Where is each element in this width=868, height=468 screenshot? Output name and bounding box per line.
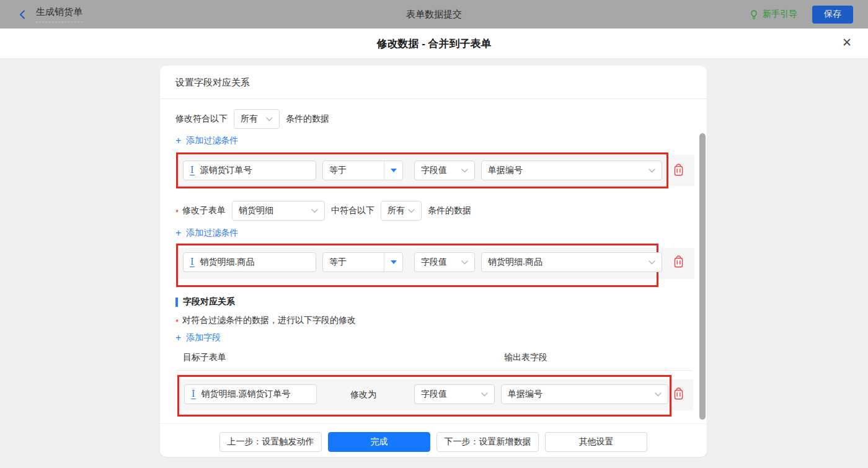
chevron-down-icon	[266, 117, 273, 121]
filter1-field-value: 源销货订单号	[200, 165, 252, 176]
chevron-down-icon	[311, 209, 318, 213]
condition1-text-after: 条件的数据	[286, 113, 329, 125]
plus-icon: +	[175, 136, 181, 146]
filter1-operator-value: 等于	[323, 165, 384, 176]
scrollbar-thumb[interactable]	[699, 133, 706, 420]
chevron-down-icon	[461, 169, 468, 173]
text-field-icon: I	[190, 257, 195, 267]
filter1-value-type: 字段值	[421, 165, 447, 176]
filter2-value-type: 字段值	[421, 257, 447, 268]
condition2-sentence: * 修改子表单 销货明细 中符合以下 所有 条件的数据	[175, 201, 471, 221]
condition1-text-before: 修改符合以下	[175, 113, 228, 125]
chevron-down-icon	[481, 392, 488, 397]
subform-select[interactable]: 销货明细	[232, 201, 325, 221]
footer-actions: 上一步：设置触发动作 完成 下一步：设置新增数据 其他设置	[160, 432, 707, 452]
mapping-section-header: 字段对应关系	[175, 296, 235, 307]
field-mapping-panel: 设置字段对应关系 修改符合以下 所有 条件的数据 + 添加过滤条件 I 源销货订…	[160, 66, 707, 457]
filter2-value: 销货明细.商品	[488, 257, 542, 268]
delete-filter1-button[interactable]	[673, 164, 684, 177]
mapping-field-input[interactable]: I 销货明细.源销货订单号	[184, 384, 317, 404]
column-header-output: 输出表字段	[504, 352, 547, 363]
filter2-field-input[interactable]: I 销货明细.商品	[183, 252, 316, 272]
prev-step-button[interactable]: 上一步：设置触发动作	[219, 432, 322, 452]
filter2-value-type-select[interactable]: 字段值	[414, 252, 475, 272]
mapping-value-type-select[interactable]: 字段值	[414, 384, 495, 404]
chevron-down-icon	[461, 260, 468, 265]
filter1-value-type-select[interactable]: 字段值	[414, 161, 475, 180]
chevron-down-icon	[655, 392, 662, 397]
add-filter-link-2[interactable]: + 添加过滤条件	[175, 227, 238, 239]
filter1-value-select[interactable]: 单据编号	[481, 161, 662, 180]
filter2-value-select[interactable]: 销货明细.商品	[481, 252, 662, 272]
plus-icon: +	[175, 333, 181, 343]
condition1-sentence: 修改符合以下 所有 条件的数据	[175, 109, 329, 129]
add-field-link[interactable]: + 添加字段	[175, 332, 221, 343]
required-asterisk: *	[175, 317, 179, 327]
mapping-value-select[interactable]: 单据编号	[501, 384, 668, 404]
chevron-down-icon	[649, 169, 655, 173]
filter1-value: 单据编号	[488, 165, 523, 176]
add-field-label: 添加字段	[186, 332, 221, 343]
match-type-value-1: 所有	[241, 113, 258, 125]
match-type-value-2: 所有	[388, 205, 405, 216]
filter1-field-input[interactable]: I 源销货订单号	[183, 161, 316, 180]
dialog-header: 修改数据 - 合并到子表单 ✕	[0, 29, 868, 59]
footer-divider	[160, 423, 707, 424]
dropdown-caret-icon[interactable]	[384, 253, 402, 272]
save-button[interactable]: 保存	[812, 6, 853, 24]
other-settings-button[interactable]: 其他设置	[545, 432, 647, 452]
next-step-button[interactable]: 下一步：设置新增数据	[436, 432, 539, 452]
delete-mapping-button[interactable]	[673, 387, 684, 400]
mapping-value-type: 字段值	[421, 389, 447, 400]
mapping-desc-text: 对符合过滤条件的数据，进行以下字段的修改	[182, 315, 356, 326]
mapping-description: * 对符合过滤条件的数据，进行以下字段的修改	[175, 315, 356, 326]
mapping-section-title: 字段对应关系	[183, 296, 235, 307]
filter2-operator-select[interactable]: 等于	[322, 252, 403, 272]
beginner-guide-link[interactable]: 新手引导	[749, 9, 797, 20]
match-type-select-2[interactable]: 所有	[381, 201, 422, 221]
done-button[interactable]: 完成	[328, 432, 430, 452]
condition2-text-after: 条件的数据	[428, 205, 471, 216]
condition2-label: 修改子表单	[182, 205, 226, 216]
text-field-icon: I	[191, 389, 196, 399]
add-filter-label-2: 添加过滤条件	[186, 227, 238, 239]
dialog-title: 修改数据 - 合并到子表单	[0, 29, 868, 59]
text-field-icon: I	[190, 166, 195, 175]
guide-label: 新手引导	[763, 9, 797, 20]
condition2-text-middle: 中符合以下	[331, 205, 374, 216]
panel-title: 设置字段对应关系	[160, 66, 707, 99]
filter2-operator-value: 等于	[323, 257, 384, 268]
add-filter-link-1[interactable]: + 添加过滤条件	[175, 135, 238, 146]
subform-value: 销货明细	[239, 205, 273, 216]
topbar-actions: 新手引导 保存	[749, 0, 853, 29]
divider	[175, 370, 692, 371]
lightbulb-icon	[749, 9, 759, 20]
column-header-target: 目标子表单	[183, 352, 226, 363]
chevron-down-icon	[408, 209, 415, 213]
chevron-down-icon	[649, 260, 655, 265]
page-title: 表单数据提交	[0, 0, 868, 29]
modify-to-label: 修改为	[350, 384, 376, 404]
dropdown-caret-icon[interactable]	[384, 161, 402, 180]
mapping-value: 单据编号	[508, 389, 542, 400]
plus-icon: +	[175, 228, 181, 238]
mapping-field-value: 销货明细.源销货订单号	[202, 389, 291, 400]
close-icon[interactable]: ✕	[842, 37, 852, 48]
filter1-operator-select[interactable]: 等于	[322, 161, 403, 180]
filter2-field-value: 销货明细.商品	[200, 257, 255, 268]
match-type-select-1[interactable]: 所有	[234, 109, 280, 129]
section-accent-bar	[175, 298, 178, 307]
delete-filter2-button[interactable]	[673, 255, 684, 268]
add-filter-label-1: 添加过滤条件	[186, 135, 238, 146]
topbar: 生成销货单 表单数据提交 新手引导 保存	[0, 0, 868, 29]
required-asterisk: *	[175, 208, 179, 217]
